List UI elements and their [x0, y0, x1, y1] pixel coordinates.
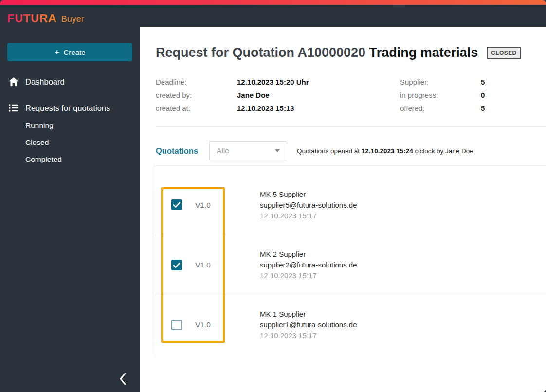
detail-row-created-by: created by: Jane Doe [156, 89, 400, 102]
section-divider [156, 126, 546, 127]
detail-label: created at: [156, 102, 237, 115]
quotations-bar: Quotations Alle Quotations opened at 12.… [156, 141, 546, 160]
supplier-email: supplier2@futura-solutions.de [260, 260, 357, 270]
supplier-date: 12.10.2023 15:17 [260, 270, 357, 281]
opened-datetime: 12.10.2023 15:24 [362, 147, 413, 155]
supplier-name: MK 1 Supplier [260, 309, 357, 320]
sidebar-item-requests-for-quotations[interactable]: Requests for quotations [0, 102, 140, 114]
sidebar-item-running[interactable]: Running [0, 120, 140, 131]
supplier-date: 12.10.2023 15:17 [260, 211, 357, 221]
check-icon [173, 263, 180, 268]
detail-value: 5 [481, 75, 485, 89]
quotation-row: V1.0 MK 5 Supplier supplier5@futura-solu… [155, 175, 546, 235]
list-icon [9, 104, 18, 112]
detail-value: 0 [481, 89, 485, 102]
sidebar-subitem-label: Running [25, 121, 54, 130]
supplier-email: supplier1@futura-solutions.de [260, 320, 357, 330]
check-icon [173, 202, 180, 208]
sidebar-item-closed[interactable]: Closed [0, 137, 140, 148]
quotation-checkbox[interactable] [171, 199, 182, 210]
supplier-info: MK 2 Supplier supplier2@futura-solutions… [260, 235, 357, 295]
main-content: Request for Quotation A10000020 Trading … [140, 27, 546, 392]
sidebar-item-label: Dashboard [25, 77, 65, 87]
create-button[interactable]: + Create [7, 43, 132, 61]
top-gradient-bar [0, 0, 546, 5]
brand-name: FUTURA [7, 12, 57, 25]
detail-label: Supplier: [400, 75, 481, 89]
details-right-column: Supplier: 5 in progress: 0 offered: 5 [400, 75, 546, 115]
sidebar-subitem-label: Closed [25, 138, 49, 147]
status-badge: CLOSED [487, 47, 521, 59]
chevron-left-icon [119, 372, 127, 386]
detail-value: 5 [481, 102, 485, 115]
plus-icon: + [54, 48, 59, 57]
detail-label: created by: [156, 89, 237, 102]
rfq-details: Deadline: 12.10.2023 15:20 Uhr created b… [156, 75, 546, 115]
chevron-down-icon [275, 149, 280, 152]
quotation-version[interactable]: V1.0 [195, 175, 211, 235]
create-button-label: Create [64, 48, 86, 56]
supplier-info: MK 5 Supplier supplier5@futura-solutions… [260, 175, 357, 235]
sidebar-subitem-label: Completed [25, 155, 62, 164]
detail-label: in progress: [400, 89, 481, 102]
quotation-checkbox[interactable] [171, 260, 182, 270]
detail-value: 12.10.2023 15:13 [237, 102, 294, 115]
quotation-row: V1.0 MK 1 Supplier supplier1@futura-solu… [155, 295, 546, 355]
detail-label: offered: [400, 102, 481, 115]
detail-value: 12.10.2023 15:20 Uhr [237, 75, 309, 89]
detail-value: Jane Doe [237, 89, 270, 102]
quotations-opened-info: Quotations opened at 12.10.2023 15:24 o'… [297, 147, 473, 155]
detail-label: Deadline: [156, 75, 237, 89]
sidebar-collapse-button[interactable] [116, 371, 129, 387]
quotations-filter-dropdown[interactable]: Alle [209, 141, 287, 160]
quotation-version[interactable]: V1.0 [195, 235, 211, 295]
quotation-version[interactable]: V1.0 [195, 295, 211, 355]
detail-row-in-progress: in progress: 0 [400, 89, 546, 102]
page-title-name: Trading materials [369, 45, 478, 60]
sidebar-item-dashboard[interactable]: Dashboard [0, 76, 140, 88]
supplier-info: MK 1 Supplier supplier1@futura-solutions… [260, 295, 357, 355]
supplier-date: 12.10.2023 15:17 [260, 330, 357, 341]
details-left-column: Deadline: 12.10.2023 15:20 Uhr created b… [156, 75, 400, 115]
brand-product: Buyer [61, 14, 84, 24]
quotation-checkbox[interactable] [171, 320, 182, 330]
sidebar-nav: Dashboard Requests for quotations Runnin… [0, 76, 140, 165]
detail-row-deadline: Deadline: 12.10.2023 15:20 Uhr [156, 75, 400, 89]
quotation-row: V1.0 MK 2 Supplier supplier2@futura-solu… [155, 235, 546, 295]
detail-row-offered: offered: 5 [400, 102, 546, 115]
page-title-row: Request for Quotation A10000020 Trading … [156, 45, 536, 60]
sidebar: FUTURA Buyer + Create Dashboard Requests… [0, 5, 140, 392]
brand-logo: FUTURA Buyer [0, 11, 140, 26]
home-icon [9, 77, 18, 86]
quotations-section-label: Quotations [156, 146, 209, 156]
sidebar-item-label: Requests for quotations [25, 104, 110, 113]
supplier-name: MK 2 Supplier [260, 249, 357, 260]
detail-row-created-at: created at: 12.10.2023 15:13 [156, 102, 400, 115]
filter-selected-value: Alle [217, 146, 275, 155]
supplier-name: MK 5 Supplier [260, 189, 357, 200]
supplier-email: supplier5@futura-solutions.de [260, 200, 357, 211]
sidebar-item-completed[interactable]: Completed [0, 154, 140, 165]
page-title-prefix: Request for Quotation A10000020 [156, 45, 369, 60]
quotations-list: V1.0 MK 5 Supplier supplier5@futura-solu… [155, 165, 546, 355]
detail-row-supplier-count: Supplier: 5 [400, 75, 546, 89]
